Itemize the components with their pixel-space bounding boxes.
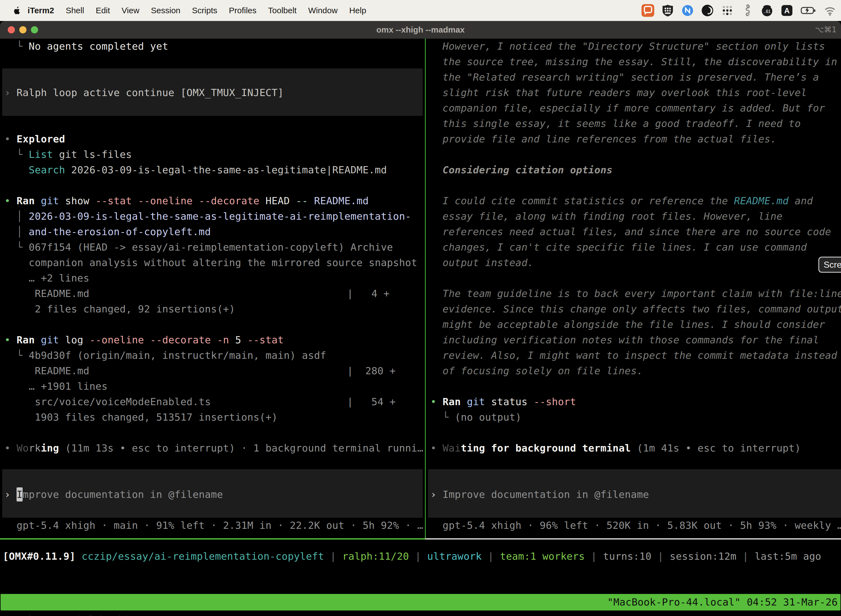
terminal-pane-right[interactable]: However, I noticed the "Directory Struct… bbox=[426, 39, 841, 539]
text-segment: rk bbox=[29, 442, 41, 454]
menu-item-toolbelt[interactable]: Toolbelt bbox=[262, 6, 302, 15]
terminal-rows-right: However, I noticed the "Directory Struct… bbox=[426, 39, 841, 539]
text-segment: • bbox=[4, 133, 16, 145]
terminal-row: 1903 files changed, 513517 insertions(+) bbox=[0, 409, 425, 425]
terminal-row: Considering citation options bbox=[426, 162, 841, 178]
text-segment: might be acceptable alongside the file l… bbox=[431, 319, 825, 330]
text-segment: └ bbox=[4, 350, 29, 361]
terminal-row: slight risk that future readers may over… bbox=[426, 85, 841, 100]
text-segment: I could cite commit statistics or refere… bbox=[431, 195, 734, 207]
terminal-row bbox=[0, 116, 425, 131]
menu-item-session[interactable]: Session bbox=[145, 6, 186, 15]
text-segment: ting for background terminal bbox=[461, 442, 631, 454]
text-segment: 5 bbox=[229, 334, 241, 346]
display-moon-icon[interactable] bbox=[701, 4, 714, 17]
terminal-row bbox=[426, 178, 841, 193]
text-segment: essay file, along with finding root file… bbox=[431, 211, 782, 222]
screen-share-icon[interactable] bbox=[641, 4, 655, 17]
terminal-row: I could cite commit statistics or refere… bbox=[426, 193, 841, 209]
status-segment: | bbox=[743, 551, 749, 562]
terminal-row bbox=[0, 502, 425, 518]
keyboard-icon[interactable] bbox=[661, 4, 674, 17]
status-segment: ultrawork bbox=[421, 551, 488, 562]
text-segment: 067f154 (HEAD -> essay/ai-reimplementati… bbox=[29, 242, 393, 253]
text-segment: of focusing solely on file lines. bbox=[431, 365, 643, 377]
text-segment: 4b9d30f (origin/main, instructkr/main, m… bbox=[29, 350, 326, 361]
terminal-row: the "Related research writing" section i… bbox=[426, 70, 841, 85]
network-badge-icon[interactable] bbox=[681, 4, 694, 17]
text-segment: HEAD bbox=[259, 195, 290, 207]
dots-grid-icon[interactable] bbox=[721, 4, 734, 17]
text-segment: (11m 13s • esc to interrupt) · 1 backgro… bbox=[59, 442, 423, 454]
prompt-input-line[interactable]: › Improve documentation in @filename bbox=[0, 487, 425, 502]
text-segment: ing bbox=[41, 442, 59, 454]
pane-bottom-border-inactive bbox=[425, 538, 841, 540]
status-segment: turns:10 bbox=[597, 551, 658, 562]
text-segment: | 54 + bbox=[347, 394, 396, 409]
window-titlebar[interactable]: omx --xhigh --madmax ⌥⌘1 bbox=[0, 21, 841, 39]
prompt-input-line[interactable]: › Improve documentation in @filename bbox=[426, 487, 841, 502]
terminal-row bbox=[0, 317, 425, 332]
menu-item-help[interactable]: Help bbox=[343, 6, 372, 15]
text-segment: output instead. bbox=[431, 257, 533, 268]
menu-item-iterm2[interactable]: iTerm2 bbox=[21, 6, 60, 15]
terminal-row: src/voice/voiceModeEnabled.ts| 54 + bbox=[0, 394, 425, 409]
menu-item-window[interactable]: Window bbox=[302, 6, 343, 15]
apple-menu-icon[interactable] bbox=[12, 6, 21, 15]
terminal-row: companion analysis without altering the … bbox=[0, 255, 425, 270]
terminal-row: • Ran git log --oneline --decorate -n 5 … bbox=[0, 332, 425, 348]
terminal-row: evidence. Since this change only affects… bbox=[426, 301, 841, 317]
terminal-row: README.md| 4 + bbox=[0, 286, 425, 301]
text-segment: • bbox=[4, 195, 16, 207]
text-segment: README.md bbox=[4, 288, 89, 299]
menu-item-profiles[interactable]: Profiles bbox=[223, 6, 262, 15]
tmux-status-bar: [omx-cczip0:bash* "MacBook-Pro-44.local"… bbox=[0, 594, 841, 610]
text-segment: 1903 files changed, 513517 insertions(+) bbox=[4, 412, 278, 423]
text-segment: git ls-files bbox=[53, 149, 132, 160]
text-segment: │ bbox=[4, 211, 29, 222]
text-segment: • bbox=[431, 442, 442, 454]
battery-icon[interactable] bbox=[800, 4, 817, 17]
text-segment: • bbox=[4, 334, 16, 346]
menubar-status-icons: ..61 A bbox=[641, 4, 837, 17]
terminal-row bbox=[426, 378, 841, 394]
shortcuts-icon[interactable] bbox=[741, 4, 754, 17]
text-segment: --stat bbox=[241, 334, 284, 346]
terminal-row bbox=[426, 270, 841, 286]
text-segment: 2026-03-09-is-legal-the-same-as-legitima… bbox=[29, 211, 411, 222]
input-source-badge[interactable]: A bbox=[780, 4, 794, 17]
text-segment: changes, I can't cite specific file line… bbox=[431, 242, 807, 253]
text-segment: › bbox=[4, 87, 16, 98]
text-segment: The team guideline is to back every impo… bbox=[431, 288, 841, 299]
wifi-icon[interactable] bbox=[823, 4, 837, 17]
screen-tooltip: Scre bbox=[818, 257, 841, 273]
pane-divider[interactable] bbox=[425, 39, 426, 538]
text-segment: the "Related research writing" section i… bbox=[431, 72, 819, 83]
terminal-row bbox=[0, 54, 425, 70]
terminal-pane-left[interactable]: └ No agents completed yet› Ralph loop ac… bbox=[0, 39, 425, 539]
text-segment: • bbox=[4, 442, 16, 454]
menu-item-view[interactable]: View bbox=[116, 6, 145, 15]
text-segment: git bbox=[35, 334, 59, 346]
terminal-row: └ 4b9d30f (origin/main, instructkr/main,… bbox=[0, 348, 425, 363]
text-segment: … +1901 lines bbox=[4, 381, 108, 392]
window-title: omx --xhigh --madmax bbox=[0, 21, 841, 39]
text-segment: show bbox=[59, 195, 89, 207]
status-segment: team:1 workers bbox=[494, 551, 591, 562]
menu-item-shell[interactable]: Shell bbox=[60, 6, 90, 15]
text-segment: including verification notes with those … bbox=[431, 334, 819, 346]
tmux-session-label: [omx-cczip0:bash* bbox=[25, 610, 130, 616]
text-segment: • bbox=[431, 396, 442, 407]
timer-badge[interactable]: ..61 bbox=[760, 4, 774, 17]
menu-item-scripts[interactable]: Scripts bbox=[186, 6, 223, 15]
text-segment: --short bbox=[527, 396, 576, 407]
text-segment: Search bbox=[4, 164, 65, 176]
text-segment: └ bbox=[4, 149, 29, 160]
terminal-row: … +1901 lines bbox=[0, 378, 425, 394]
terminal-row bbox=[426, 456, 841, 471]
menu-item-edit[interactable]: Edit bbox=[90, 6, 116, 15]
window-shortcut-badge: ⌥⌘1 bbox=[815, 21, 837, 39]
text-segment: Wo bbox=[16, 442, 29, 454]
terminal-row: the source tree, missing the essay. Stil… bbox=[426, 54, 841, 70]
text-segment: references need actual files, and since … bbox=[431, 226, 831, 238]
